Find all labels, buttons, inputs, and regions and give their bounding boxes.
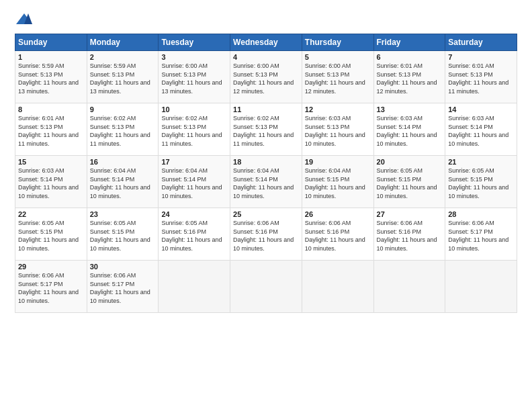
day-info: Sunrise: 5:59 AMSunset: 5:13 PMDaylight:… bbox=[90, 62, 156, 95]
calendar-cell: 10Sunrise: 6:02 AMSunset: 5:13 PMDayligh… bbox=[159, 103, 230, 156]
day-number: 28 bbox=[448, 210, 514, 218]
calendar-cell bbox=[445, 261, 517, 313]
day-number: 21 bbox=[448, 158, 514, 166]
calendar-cell: 13Sunrise: 6:03 AMSunset: 5:14 PMDayligh… bbox=[373, 103, 445, 156]
calendar-cell: 3Sunrise: 6:00 AMSunset: 5:13 PMDaylight… bbox=[159, 51, 230, 103]
day-number: 6 bbox=[377, 53, 443, 61]
calendar-cell: 29Sunrise: 6:06 AMSunset: 5:17 PMDayligh… bbox=[15, 261, 87, 313]
calendar-week-row: 8Sunrise: 6:01 AMSunset: 5:13 PMDaylight… bbox=[15, 103, 517, 156]
day-info: Sunrise: 6:03 AMSunset: 5:14 PMDaylight:… bbox=[448, 114, 514, 148]
calendar-cell: 2Sunrise: 5:59 AMSunset: 5:13 PMDaylight… bbox=[87, 51, 159, 103]
day-info: Sunrise: 6:01 AMSunset: 5:13 PMDaylight:… bbox=[448, 62, 514, 95]
day-info: Sunrise: 6:05 AMSunset: 5:15 PMDaylight:… bbox=[377, 167, 443, 200]
day-info: Sunrise: 6:04 AMSunset: 5:14 PMDaylight:… bbox=[90, 167, 156, 200]
header bbox=[15, 12, 517, 27]
calendar-cell: 28Sunrise: 6:06 AMSunset: 5:17 PMDayligh… bbox=[445, 208, 517, 261]
day-number: 24 bbox=[161, 210, 227, 218]
day-number: 10 bbox=[161, 105, 227, 113]
day-info: Sunrise: 6:05 AMSunset: 5:15 PMDaylight:… bbox=[90, 219, 156, 253]
day-info: Sunrise: 6:03 AMSunset: 5:14 PMDaylight:… bbox=[377, 114, 443, 148]
day-number: 8 bbox=[18, 105, 84, 113]
day-info: Sunrise: 6:06 AMSunset: 5:16 PMDaylight:… bbox=[233, 219, 299, 253]
day-info: Sunrise: 5:59 AMSunset: 5:13 PMDaylight:… bbox=[18, 62, 84, 95]
day-info: Sunrise: 6:00 AMSunset: 5:13 PMDaylight:… bbox=[233, 62, 299, 95]
day-info: Sunrise: 6:06 AMSunset: 5:17 PMDaylight:… bbox=[448, 219, 514, 253]
day-number: 14 bbox=[448, 105, 514, 113]
calendar-cell: 25Sunrise: 6:06 AMSunset: 5:16 PMDayligh… bbox=[230, 208, 302, 261]
day-info: Sunrise: 6:01 AMSunset: 5:13 PMDaylight:… bbox=[377, 62, 443, 95]
day-number: 13 bbox=[377, 105, 443, 113]
calendar-table: SundayMondayTuesdayWednesdayThursdayFrid… bbox=[15, 34, 517, 313]
calendar-cell: 12Sunrise: 6:03 AMSunset: 5:13 PMDayligh… bbox=[302, 103, 373, 156]
day-number: 5 bbox=[305, 53, 371, 61]
calendar-day-header: Tuesday bbox=[159, 34, 230, 51]
day-number: 15 bbox=[18, 158, 84, 166]
day-info: Sunrise: 6:01 AMSunset: 5:13 PMDaylight:… bbox=[18, 114, 84, 148]
calendar-cell bbox=[373, 261, 445, 313]
calendar-cell: 6Sunrise: 6:01 AMSunset: 5:13 PMDaylight… bbox=[373, 51, 445, 103]
calendar-cell: 26Sunrise: 6:06 AMSunset: 5:16 PMDayligh… bbox=[302, 208, 373, 261]
day-number: 4 bbox=[233, 53, 299, 61]
logo-icon bbox=[15, 12, 34, 27]
calendar-day-header: Saturday bbox=[445, 34, 517, 51]
day-info: Sunrise: 6:05 AMSunset: 5:16 PMDaylight:… bbox=[161, 219, 227, 253]
calendar-cell: 5Sunrise: 6:00 AMSunset: 5:13 PMDaylight… bbox=[302, 51, 373, 103]
calendar-cell: 18Sunrise: 6:04 AMSunset: 5:14 PMDayligh… bbox=[230, 156, 302, 208]
day-info: Sunrise: 6:02 AMSunset: 5:13 PMDaylight:… bbox=[161, 114, 227, 148]
day-info: Sunrise: 6:03 AMSunset: 5:14 PMDaylight:… bbox=[18, 167, 84, 200]
day-number: 29 bbox=[18, 263, 84, 271]
calendar-cell: 11Sunrise: 6:02 AMSunset: 5:13 PMDayligh… bbox=[230, 103, 302, 156]
calendar-cell: 21Sunrise: 6:05 AMSunset: 5:15 PMDayligh… bbox=[445, 156, 517, 208]
day-info: Sunrise: 6:06 AMSunset: 5:17 PMDaylight:… bbox=[90, 271, 156, 305]
day-info: Sunrise: 6:02 AMSunset: 5:13 PMDaylight:… bbox=[90, 114, 156, 148]
day-info: Sunrise: 6:00 AMSunset: 5:13 PMDaylight:… bbox=[305, 62, 371, 95]
logo bbox=[15, 12, 36, 27]
calendar-cell bbox=[302, 261, 373, 313]
day-info: Sunrise: 6:05 AMSunset: 5:15 PMDaylight:… bbox=[18, 219, 84, 253]
day-number: 7 bbox=[448, 53, 514, 61]
calendar-header-row: SundayMondayTuesdayWednesdayThursdayFrid… bbox=[15, 34, 517, 51]
calendar-cell: 7Sunrise: 6:01 AMSunset: 5:13 PMDaylight… bbox=[445, 51, 517, 103]
day-info: Sunrise: 6:02 AMSunset: 5:13 PMDaylight:… bbox=[233, 114, 299, 148]
day-number: 26 bbox=[305, 210, 371, 218]
calendar-cell bbox=[230, 261, 302, 313]
calendar-week-row: 22Sunrise: 6:05 AMSunset: 5:15 PMDayligh… bbox=[15, 208, 517, 261]
calendar-cell: 17Sunrise: 6:04 AMSunset: 5:14 PMDayligh… bbox=[159, 156, 230, 208]
day-number: 12 bbox=[305, 105, 371, 113]
calendar-week-row: 1Sunrise: 5:59 AMSunset: 5:13 PMDaylight… bbox=[15, 51, 517, 103]
calendar-cell: 20Sunrise: 6:05 AMSunset: 5:15 PMDayligh… bbox=[373, 156, 445, 208]
day-info: Sunrise: 6:03 AMSunset: 5:13 PMDaylight:… bbox=[305, 114, 371, 148]
day-number: 11 bbox=[233, 105, 299, 113]
calendar-cell: 23Sunrise: 6:05 AMSunset: 5:15 PMDayligh… bbox=[87, 208, 159, 261]
day-info: Sunrise: 6:06 AMSunset: 5:17 PMDaylight:… bbox=[18, 271, 84, 305]
day-number: 2 bbox=[90, 53, 156, 61]
calendar-cell: 15Sunrise: 6:03 AMSunset: 5:14 PMDayligh… bbox=[15, 156, 87, 208]
calendar-cell: 8Sunrise: 6:01 AMSunset: 5:13 PMDaylight… bbox=[15, 103, 87, 156]
calendar-day-header: Wednesday bbox=[230, 34, 302, 51]
day-number: 3 bbox=[161, 53, 227, 61]
day-number: 9 bbox=[90, 105, 156, 113]
page: SundayMondayTuesdayWednesdayThursdayFrid… bbox=[0, 0, 532, 411]
day-number: 30 bbox=[90, 263, 156, 271]
calendar-day-header: Sunday bbox=[15, 34, 87, 51]
calendar-cell: 16Sunrise: 6:04 AMSunset: 5:14 PMDayligh… bbox=[87, 156, 159, 208]
day-number: 18 bbox=[233, 158, 299, 166]
day-info: Sunrise: 6:04 AMSunset: 5:14 PMDaylight:… bbox=[233, 167, 299, 200]
calendar-cell: 19Sunrise: 6:04 AMSunset: 5:15 PMDayligh… bbox=[302, 156, 373, 208]
calendar-day-header: Monday bbox=[87, 34, 159, 51]
calendar-cell: 14Sunrise: 6:03 AMSunset: 5:14 PMDayligh… bbox=[445, 103, 517, 156]
day-number: 25 bbox=[233, 210, 299, 218]
calendar-cell: 27Sunrise: 6:06 AMSunset: 5:16 PMDayligh… bbox=[373, 208, 445, 261]
day-number: 16 bbox=[90, 158, 156, 166]
day-info: Sunrise: 6:00 AMSunset: 5:13 PMDaylight:… bbox=[161, 62, 227, 95]
day-number: 27 bbox=[377, 210, 443, 218]
calendar-cell: 4Sunrise: 6:00 AMSunset: 5:13 PMDaylight… bbox=[230, 51, 302, 103]
day-info: Sunrise: 6:04 AMSunset: 5:14 PMDaylight:… bbox=[161, 167, 227, 200]
calendar-week-row: 15Sunrise: 6:03 AMSunset: 5:14 PMDayligh… bbox=[15, 156, 517, 208]
calendar-cell: 9Sunrise: 6:02 AMSunset: 5:13 PMDaylight… bbox=[87, 103, 159, 156]
calendar-day-header: Thursday bbox=[302, 34, 373, 51]
day-number: 17 bbox=[161, 158, 227, 166]
day-info: Sunrise: 6:06 AMSunset: 5:16 PMDaylight:… bbox=[377, 219, 443, 253]
day-number: 23 bbox=[90, 210, 156, 218]
calendar-cell: 22Sunrise: 6:05 AMSunset: 5:15 PMDayligh… bbox=[15, 208, 87, 261]
